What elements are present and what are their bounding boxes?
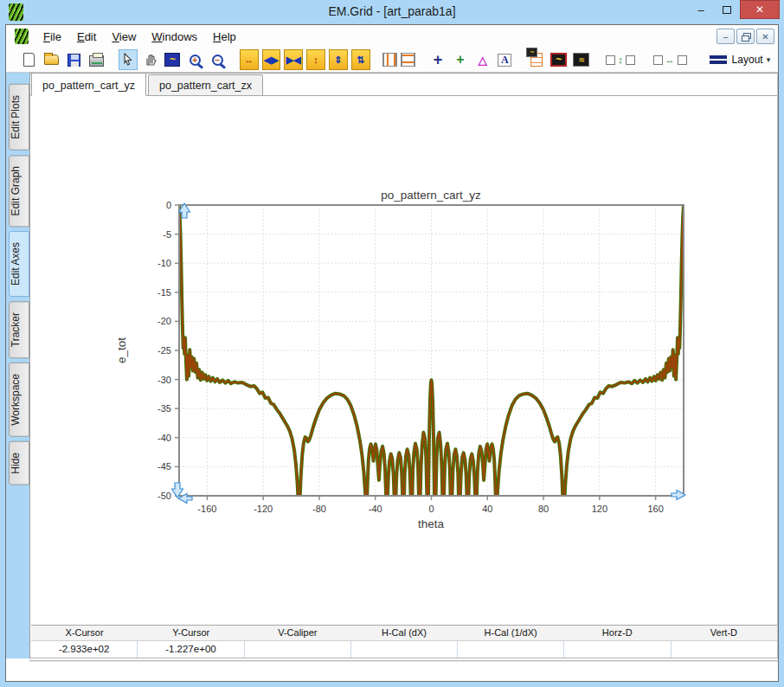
app-window: EM.Grid - [art_parab1a] – ✕ FileEditView…: [0, 0, 784, 687]
crosshair-cursor-icon: +: [434, 52, 443, 67]
svg-text:-40: -40: [369, 504, 382, 514]
mdi-close-button[interactable]: ✕: [756, 29, 774, 44]
doc-tab-po_pattern_cart_yz[interactable]: po_pattern_cart_yz: [31, 73, 146, 96]
expand-x-button[interactable]: ↔: [240, 49, 259, 70]
dark-multiplot-icon: ≈: [573, 53, 589, 67]
dropdown-caret-icon: ▾: [767, 55, 771, 64]
status-col-header: Horz-D: [564, 626, 671, 640]
layout-button[interactable]: Layout▾: [704, 49, 777, 70]
expand-y-button[interactable]: ↕: [306, 49, 325, 70]
zoom-out-icon: −: [212, 55, 223, 66]
save-button[interactable]: [65, 49, 84, 70]
pointer-arrow-icon: [121, 53, 135, 67]
align-horizontal-control[interactable]: ↔: [651, 49, 690, 70]
arrow-glyph-icon: ▶◀: [286, 55, 301, 65]
sidebar-tab-workspace[interactable]: Workspace: [9, 363, 29, 437]
plot-title: po_pattern_cart_yz: [381, 189, 481, 202]
align-checkbox-icon: [653, 55, 663, 65]
open-file-button[interactable]: [42, 49, 61, 70]
dark-plot-icon: ~: [550, 53, 567, 67]
menu-item-edit[interactable]: Edit: [69, 28, 104, 46]
sidebar-tab-tracker[interactable]: Tracker: [9, 301, 29, 358]
status-col-header: H-Cal (1/dX): [458, 626, 564, 640]
plot-canvas[interactable]: po_pattern_cart_yz 0-5-10-15-20-25-30-35…: [104, 185, 710, 542]
sidebar-tab-strip: Edit PlotsEdit GraphEdit AxesTrackerWork…: [6, 73, 29, 658]
svg-text:-50: -50: [157, 491, 171, 501]
restore-icon: [742, 33, 749, 40]
close-button[interactable]: ✕: [740, 0, 780, 19]
horizontal-gridlines-button[interactable]: [401, 53, 415, 67]
plot-report-button[interactable]: [527, 49, 546, 70]
toolbar-separator: [107, 49, 117, 70]
align-vertical-control[interactable]: ↕: [603, 49, 638, 70]
svg-text:40: 40: [482, 504, 492, 514]
menu-item-view[interactable]: View: [104, 28, 144, 46]
new-page-icon: [23, 53, 35, 67]
document-logo-icon: [15, 29, 29, 44]
fit-plot-icon: ~: [164, 53, 180, 67]
cursor-readout-table: X-CursorY-CursorV-CaliperH-Cal (dX)H-Cal…: [31, 625, 777, 658]
pan-y-button[interactable]: ⇕: [329, 49, 348, 70]
select-tool-button[interactable]: [119, 49, 138, 70]
caliper-button[interactable]: △: [473, 49, 492, 70]
svg-text:-35: -35: [157, 403, 171, 414]
new-document-button[interactable]: [20, 49, 39, 70]
menu-item-help[interactable]: Help: [205, 28, 244, 46]
compress-x-button[interactable]: ▶◀: [284, 49, 303, 70]
svg-text:0: 0: [428, 504, 434, 514]
arrow-glyph-icon: ↔: [244, 55, 254, 65]
sidebar-tab-edit-plots[interactable]: Edit Plots: [9, 84, 29, 151]
svg-text:-80: -80: [312, 504, 326, 514]
plot-report-icon: [530, 53, 543, 67]
sidebar-tab-edit-graph[interactable]: Edit Graph: [9, 155, 29, 227]
doc-tab-po_pattern_cart_zx[interactable]: po_pattern_cart_zx: [148, 74, 263, 95]
layout-bars-icon: [710, 55, 727, 64]
text-label-icon: A: [498, 54, 511, 67]
document-bottom-edge: [29, 660, 778, 662]
title-bar[interactable]: EM.Grid - [art_parab1a] – ✕: [0, 0, 784, 24]
menu-item-file[interactable]: File: [35, 28, 69, 46]
status-col-header: X-Cursor: [31, 626, 138, 640]
svg-text:-120: -120: [254, 504, 273, 514]
text-annotation-button[interactable]: A: [496, 49, 515, 70]
status-value: [350, 641, 457, 658]
dark-plot-button[interactable]: ~: [549, 49, 569, 70]
x-axis-label: theta: [418, 517, 445, 530]
align-arrow-icon: ↕: [618, 55, 623, 65]
mdi-minimize-button[interactable]: –: [717, 29, 735, 44]
dark-multiplot-button[interactable]: ≈: [572, 49, 591, 70]
svg-text:160: 160: [647, 504, 663, 514]
tracker-cursor-icon: +: [456, 53, 464, 67]
vertical-gridlines-button[interactable]: [382, 53, 397, 67]
arrow-glyph-icon: ⇅: [357, 55, 364, 65]
fit-plot-button[interactable]: ~: [164, 49, 183, 70]
status-col-header: Y-Cursor: [138, 626, 244, 640]
svg-text:-10: -10: [157, 258, 171, 268]
status-value: [244, 641, 350, 658]
tracker-cursor-button[interactable]: +: [451, 49, 470, 70]
printer-icon: [89, 55, 104, 67]
align-checkbox-icon: [606, 55, 615, 65]
zoom-out-button[interactable]: −: [208, 49, 227, 70]
arrow-glyph-icon: ◀▶: [264, 55, 279, 65]
minimize-button[interactable]: –: [688, 0, 714, 19]
svg-text:-5: -5: [163, 229, 171, 240]
crosshair-cursor-button[interactable]: +: [428, 49, 447, 70]
compress-y-button[interactable]: ⇅: [351, 49, 370, 70]
align-checkbox-icon: [678, 55, 687, 65]
toolbar-separator: [516, 49, 525, 70]
pan-x-button[interactable]: ◀▶: [262, 49, 281, 70]
toolbar-separator: [417, 49, 427, 70]
zoom-in-button[interactable]: +: [185, 49, 204, 70]
menu-bar: FileEditViewWindowsHelp – ✕: [6, 25, 778, 48]
maximize-button[interactable]: [714, 0, 740, 19]
menu-item-windows[interactable]: Windows: [144, 28, 205, 46]
status-value: -1.227e+00: [137, 641, 243, 658]
sidebar-tab-edit-axes[interactable]: Edit Axes: [9, 231, 29, 297]
sidebar-tab-hide[interactable]: Hide: [9, 441, 29, 485]
status-col-header: H-Cal (dX): [350, 626, 457, 640]
mdi-restore-button[interactable]: [736, 29, 755, 44]
pan-tool-button[interactable]: [141, 49, 160, 70]
status-value: [563, 641, 670, 658]
print-button[interactable]: [87, 49, 106, 70]
